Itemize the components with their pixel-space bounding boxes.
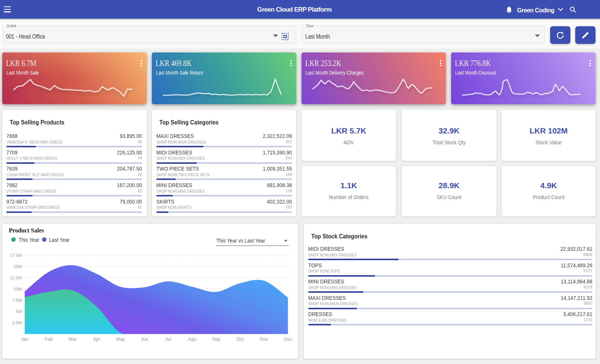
svg-text:Jun: Jun (141, 337, 148, 342)
svg-text:12.5M: 12.5M (10, 276, 22, 280)
svg-text:5M: 5M (16, 309, 22, 314)
svg-text:Sep: Sep (212, 337, 220, 342)
svg-text:Jan: Jan (21, 337, 28, 342)
svg-text:Jul: Jul (165, 337, 171, 342)
svg-text:Nov: Nov (260, 337, 268, 342)
svg-text:Apr: Apr (93, 337, 100, 342)
svg-text:7.5M: 7.5M (12, 298, 22, 303)
svg-text:2.5M: 2.5M (12, 321, 22, 325)
svg-text:15M: 15M (14, 264, 22, 269)
svg-text:17.5M: 17.5M (10, 253, 22, 258)
svg-text:Oct: Oct (236, 337, 244, 342)
svg-text:10M: 10M (14, 287, 22, 291)
svg-text:May: May (116, 337, 125, 342)
svg-text:Agu: Agu (188, 337, 196, 342)
svg-text:Dec: Dec (284, 337, 292, 342)
svg-text:Feb: Feb (45, 337, 53, 342)
svg-text:Mar: Mar (69, 337, 77, 342)
